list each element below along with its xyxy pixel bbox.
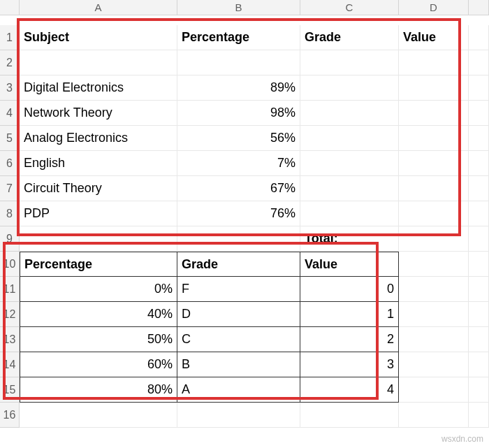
cell-d6[interactable] (399, 151, 469, 176)
cell-c1[interactable]: Grade (300, 25, 399, 50)
cell-d2[interactable] (399, 50, 469, 75)
cell-e5[interactable] (469, 126, 489, 151)
select-all-corner[interactable] (0, 0, 20, 15)
row-header-8[interactable]: 8 (0, 201, 20, 226)
cell-c15[interactable]: 4 (300, 377, 399, 403)
cell-b1[interactable]: Percentage (177, 25, 300, 50)
row-header-9[interactable]: 9 (0, 226, 20, 252)
cell-a3[interactable]: Digital Electronics (20, 75, 177, 101)
row-header-15[interactable]: 15 (0, 377, 20, 403)
cell-c10[interactable]: Value (300, 252, 399, 277)
cell-d15[interactable] (399, 377, 469, 403)
row-header-14[interactable]: 14 (0, 352, 20, 377)
cell-a11[interactable]: 0% (20, 277, 177, 302)
cell-e7[interactable] (469, 176, 489, 201)
cell-e12[interactable] (469, 302, 489, 327)
cell-a9[interactable] (20, 226, 177, 252)
cell-b10[interactable]: Grade (177, 252, 300, 277)
cell-b15[interactable]: A (177, 377, 300, 403)
cell-d5[interactable] (399, 126, 469, 151)
cell-c6[interactable] (300, 151, 399, 176)
cell-a14[interactable]: 60% (20, 352, 177, 377)
cell-c16[interactable] (300, 403, 399, 428)
cell-d11[interactable] (399, 277, 469, 302)
cell-b14[interactable]: B (177, 352, 300, 377)
cell-c14[interactable]: 3 (300, 352, 399, 377)
cell-d1[interactable]: Value (399, 25, 469, 50)
cell-c7[interactable] (300, 176, 399, 201)
cell-e11[interactable] (469, 277, 489, 302)
cell-a6[interactable]: English (20, 151, 177, 176)
cell-a1[interactable]: Subject (20, 25, 177, 50)
cell-a15[interactable]: 80% (20, 377, 177, 403)
col-header-a[interactable]: A (20, 0, 177, 15)
cell-e3[interactable] (469, 75, 489, 101)
cell-b9[interactable] (177, 226, 300, 252)
cell-a12[interactable]: 40% (20, 302, 177, 327)
cell-c8[interactable] (300, 201, 399, 226)
cell-e2[interactable] (469, 50, 489, 75)
cell-e4[interactable] (469, 101, 489, 126)
row-header-4[interactable]: 4 (0, 101, 20, 126)
row-header-10[interactable]: 10 (0, 252, 20, 277)
cell-b3[interactable]: 89% (177, 75, 300, 101)
cell-a2[interactable] (20, 50, 177, 75)
cell-e14[interactable] (469, 352, 489, 377)
col-header-c[interactable]: C (300, 0, 399, 15)
cell-b7[interactable]: 67% (177, 176, 300, 201)
row-header-3[interactable]: 3 (0, 75, 20, 101)
cell-a13[interactable]: 50% (20, 327, 177, 352)
cell-a10[interactable]: Percentage (20, 252, 177, 277)
cell-a16[interactable] (20, 403, 177, 428)
row-header-7[interactable]: 7 (0, 176, 20, 201)
cell-b11[interactable]: F (177, 277, 300, 302)
cell-b2[interactable] (177, 50, 300, 75)
row-header-16[interactable]: 16 (0, 403, 20, 428)
cell-d10[interactable] (399, 252, 469, 277)
row-header-12[interactable]: 12 (0, 302, 20, 327)
cell-e1[interactable] (469, 25, 489, 50)
cell-c4[interactable] (300, 101, 399, 126)
cell-d9[interactable] (399, 226, 469, 252)
cell-d14[interactable] (399, 352, 469, 377)
col-header-d[interactable]: D (399, 0, 469, 15)
row-header-1[interactable]: 1 (0, 25, 20, 50)
row-header-2[interactable]: 2 (0, 50, 20, 75)
cell-a4[interactable]: Network Theory (20, 101, 177, 126)
cell-d4[interactable] (399, 101, 469, 126)
cell-a5[interactable]: Analog Electronics (20, 126, 177, 151)
cell-c13[interactable]: 2 (300, 327, 399, 352)
row-header-5[interactable]: 5 (0, 126, 20, 151)
cell-c2[interactable] (300, 50, 399, 75)
cell-e8[interactable] (469, 201, 489, 226)
cell-b12[interactable]: D (177, 302, 300, 327)
cell-a8[interactable]: PDP (20, 201, 177, 226)
cell-c3[interactable] (300, 75, 399, 101)
cell-b13[interactable]: C (177, 327, 300, 352)
row-header-11[interactable]: 11 (0, 277, 20, 302)
cell-c9-total[interactable]: Total: (300, 226, 399, 252)
cell-b5[interactable]: 56% (177, 126, 300, 151)
row-header-13[interactable]: 13 (0, 327, 20, 352)
cell-e16[interactable] (469, 403, 489, 428)
cell-b8[interactable]: 76% (177, 201, 300, 226)
cell-b6[interactable]: 7% (177, 151, 300, 176)
cell-d3[interactable] (399, 75, 469, 101)
cell-d7[interactable] (399, 176, 469, 201)
cell-d8[interactable] (399, 201, 469, 226)
cell-d12[interactable] (399, 302, 469, 327)
cell-d16[interactable] (399, 403, 469, 428)
cell-a7[interactable]: Circuit Theory (20, 176, 177, 201)
cell-e6[interactable] (469, 151, 489, 176)
cell-c12[interactable]: 1 (300, 302, 399, 327)
row-header-6[interactable]: 6 (0, 151, 20, 176)
cell-e13[interactable] (469, 327, 489, 352)
cell-e10[interactable] (469, 252, 489, 277)
cell-c11[interactable]: 0 (300, 277, 399, 302)
cell-b16[interactable] (177, 403, 300, 428)
col-header-e[interactable] (469, 0, 489, 15)
cell-e9[interactable] (469, 226, 489, 252)
col-header-b[interactable]: B (177, 0, 300, 15)
cell-b4[interactable]: 98% (177, 101, 300, 126)
cell-c5[interactable] (300, 126, 399, 151)
